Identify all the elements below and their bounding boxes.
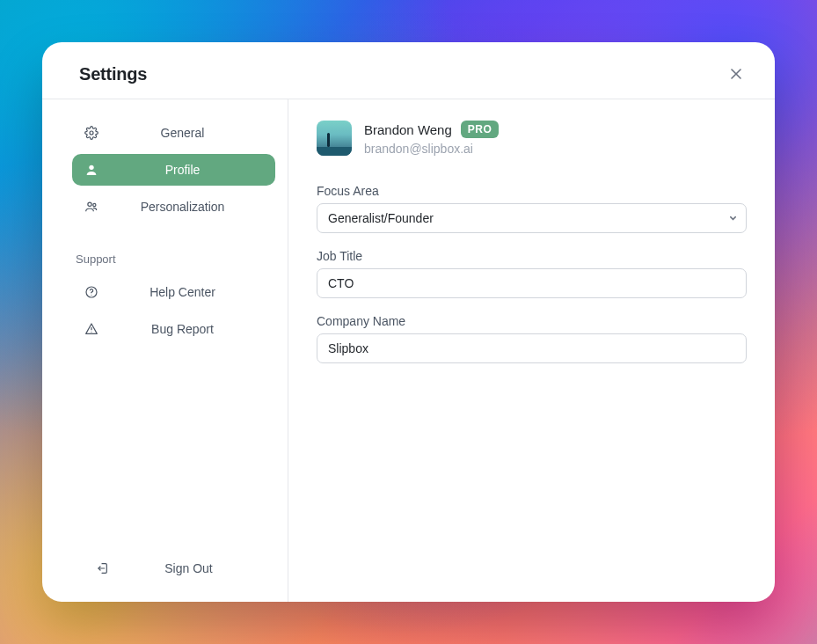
svg-point-4 [88,202,91,206]
job-title-input[interactable] [317,268,747,298]
sidebar-item-label: Bug Report [100,322,265,336]
support-heading: Support [72,252,275,266]
modal-body: General Profile [42,99,775,602]
svg-point-7 [91,295,91,296]
user-name: Brandon Weng [364,122,452,137]
job-title-label: Job Title [317,249,747,263]
svg-point-5 [93,203,96,206]
close-button[interactable] [726,63,747,84]
sidebar-item-general[interactable]: General [72,117,275,149]
gear-icon [83,126,100,140]
svg-point-3 [89,165,93,170]
sidebar-item-label: Help Center [100,285,265,299]
nav-main-group: General Profile [72,117,275,228]
company-group: Company Name [317,314,747,363]
user-info: Brandon Weng PRO brandon@slipbox.ai [364,121,499,156]
svg-point-2 [90,131,93,135]
avatar [317,121,352,156]
nav-support-group: Help Center Bug Report [72,276,275,350]
content-panel: Brandon Weng PRO brandon@slipbox.ai Focu… [288,99,775,602]
user-icon [83,163,100,177]
focus-area-label: Focus Area [317,184,747,198]
company-label: Company Name [317,314,747,328]
user-name-row: Brandon Weng PRO [364,121,499,138]
company-input[interactable] [317,333,747,363]
warning-icon [83,322,100,336]
focus-area-select-wrap [317,203,747,233]
svg-point-9 [91,332,91,333]
signout-label: Sign Out [113,561,265,575]
sidebar-item-bug-report[interactable]: Bug Report [72,313,275,345]
sidebar-item-label: General [100,126,265,140]
sidebar-item-label: Personalization [100,200,265,214]
close-icon [730,68,742,80]
help-icon [83,285,100,299]
pro-badge: PRO [461,121,499,138]
focus-area-select[interactable] [317,203,747,233]
signout-icon [95,561,113,575]
sidebar-item-profile[interactable]: Profile [72,154,275,186]
user-row: Brandon Weng PRO brandon@slipbox.ai [317,121,747,156]
settings-modal: Settings General [42,42,775,602]
sidebar: General Profile [60,99,288,602]
sidebar-item-help-center[interactable]: Help Center [72,276,275,308]
user-email: brandon@slipbox.ai [364,142,499,156]
page-title: Settings [79,64,147,84]
sidebar-item-label: Profile [100,163,265,177]
sidebar-item-personalization[interactable]: Personalization [72,191,275,223]
modal-header: Settings [42,42,775,99]
signout-button[interactable]: Sign Out [84,553,275,584]
job-title-group: Job Title [317,249,747,298]
focus-area-group: Focus Area [317,184,747,233]
users-icon [83,200,100,214]
